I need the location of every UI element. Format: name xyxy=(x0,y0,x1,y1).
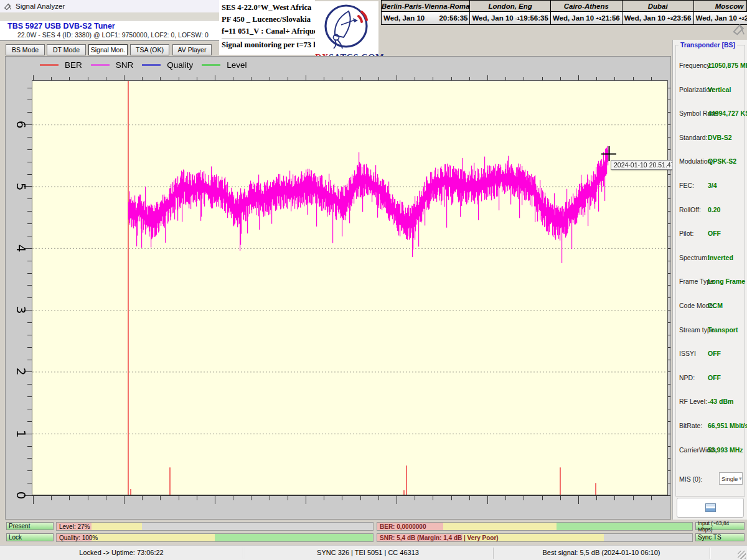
y-axis-label: 4 xyxy=(13,240,29,256)
clock-time: 20:56:35 xyxy=(439,14,467,22)
clock-city: Berlin-Paris-Vienna-Roma xyxy=(382,1,469,12)
clock-berlin: Berlin-Paris-Vienna-Roma Wed, Jan 1020:5… xyxy=(382,1,470,24)
clock-date: Wed, Jan 10 xyxy=(624,14,665,22)
transponder-row: RF Level:-43 dBm xyxy=(676,390,745,414)
tab-bs-mode[interactable]: BS Mode xyxy=(6,44,45,55)
transponder-row: Code Mode:CCM xyxy=(676,294,745,319)
mis-row: MIS (0): Single ▼ xyxy=(676,472,745,487)
transponder-row: Frequency:11050,875 MHz xyxy=(676,54,745,78)
transponder-row-value: 53,993 MHz xyxy=(708,446,743,454)
clock-time: 21:56 xyxy=(601,14,619,22)
transponder-row-value: Transport xyxy=(708,326,738,334)
transponder-row: NPD:OFF xyxy=(676,366,745,391)
transponder-row-value: Long Frame xyxy=(708,278,745,285)
y-axis-label: 5 xyxy=(13,179,29,195)
clock-moscow: Moscow Wed, Jan 10+222:56 xyxy=(694,1,747,24)
quality-line-swatch xyxy=(142,64,161,66)
snr-bar: SNR: 5,4 dB (Margin: 1,4 dB | Very Poor) xyxy=(377,533,693,542)
transponder-row: Polarization:Vertical xyxy=(676,78,745,103)
transponder-row-value: 44994,727 KS/s xyxy=(708,110,747,117)
transponder-panel: Transponder [BS] Frequency:11050,875 MHz… xyxy=(672,40,747,520)
transponder-row: Standard:DVB-S2 xyxy=(676,126,745,151)
lock-badge: Lock xyxy=(6,533,54,541)
transponder-row: RollOff:0.20 xyxy=(676,198,745,223)
transponder-row: Pilot:OFF xyxy=(676,222,745,246)
window-title: Signal Analyzer xyxy=(16,2,65,10)
clock-time: 22:56 xyxy=(745,14,747,22)
transponder-row: Frame Type:Long Frame xyxy=(676,270,745,294)
save-icon xyxy=(705,503,716,512)
resize-grip[interactable] xyxy=(738,551,746,559)
transponder-row-value: DVB-S2 xyxy=(708,134,732,141)
level-bar: Level: 27% xyxy=(56,522,374,531)
transponder-row-value: -43 dBm xyxy=(708,398,733,405)
legend-item-quality: Quality xyxy=(142,60,193,70)
signal-chart-plot[interactable] xyxy=(6,57,670,519)
transponder-row: ISSYIOFF xyxy=(676,342,745,366)
transponder-row: Modulation:QPSK-S2 xyxy=(676,150,745,174)
transponder-row-label: Frequency: xyxy=(679,62,712,69)
transponder-row-value: Inverted xyxy=(708,254,733,261)
clock-cairo: Cairo-Athens Wed, Jan 10+121:56 xyxy=(551,1,622,24)
transponder-row-label: Standard: xyxy=(679,134,708,141)
y-axis-label: 1 xyxy=(13,426,29,442)
y-axis-label: 6 xyxy=(13,116,29,133)
tab-signal-mon[interactable]: Signal Mon. xyxy=(88,44,128,55)
transponder-row-label: RF Level: xyxy=(679,398,707,405)
app-icon xyxy=(4,2,12,11)
transponder-row-label: Spectrum: xyxy=(679,254,709,261)
status-best-signal: Best signal: 5,5 dB (2024-01-10 06:10) xyxy=(543,549,660,556)
tuner-config: 22.0W - SES 4 (ID: 3380) @ LOF1: 9750000… xyxy=(17,31,209,39)
transponder-row: Spectrum:Inverted xyxy=(676,246,745,271)
tab-dt-mode[interactable]: DT Mode xyxy=(47,44,86,55)
clock-city: London, Eng xyxy=(470,1,550,12)
transponder-row-value: OFF xyxy=(708,230,721,237)
chevron-down-icon: ▼ xyxy=(738,476,744,482)
mis-select[interactable]: Single ▼ xyxy=(719,472,743,485)
tuner-info-block: TBS 5927 USB DVB-S2 Tuner 22.0W - SES 4 … xyxy=(0,21,219,40)
chart-legend: BER SNR Quality Level xyxy=(40,60,247,70)
status-bar: Locked -> Uptime: 73:06:22 SYNC 326 | TE… xyxy=(0,545,747,560)
status-sync-counters: SYNC 326 | TEI 5051 | CC 46313 xyxy=(317,549,419,556)
y-axis-label: 3 xyxy=(13,302,29,318)
transponder-row-label: NPD: xyxy=(679,374,695,381)
monitoring-header: SES 4-22.0°W_West Africa PF 450 _ Lucene… xyxy=(219,0,315,55)
transponder-row: Symbol Rate:44994,727 KS/s xyxy=(676,102,745,126)
tab-av-player[interactable]: AV Player xyxy=(172,44,212,55)
transponder-row: BitRate:66,951 Mbit/s xyxy=(676,414,745,439)
present-badge: Present xyxy=(6,522,54,530)
signal-chart-widget: BER SNR Quality Level 0123456 xyxy=(5,56,671,520)
transponder-row-value: 66,951 Mbit/s xyxy=(708,422,747,429)
transponder-row: CarrierWidth:53,993 MHz xyxy=(676,439,745,463)
transponder-row-value: 0.20 xyxy=(708,206,720,213)
transponder-row-value: 11050,875 MHz xyxy=(708,62,747,69)
title-bar: Signal Analyzer xyxy=(0,0,219,12)
clock-time: 23:56 xyxy=(673,14,691,22)
tab-strip: BS Mode DT Mode Signal Mon. TSA (OK) AV … xyxy=(0,40,219,57)
save-button[interactable] xyxy=(677,498,744,518)
menu-strip xyxy=(0,12,219,21)
transponder-row: Stream type:Transport xyxy=(676,319,745,343)
quality-bar: Quality: 100% xyxy=(56,533,374,542)
transponder-row-value: 3/4 xyxy=(708,182,717,189)
clock-date: Wed, Jan 10 xyxy=(696,14,737,22)
transponder-row-value: OFF xyxy=(708,350,721,357)
clock-london: London, Eng Wed, Jan 10-119:56:35 xyxy=(470,1,550,24)
legend-item-snr: SNR xyxy=(91,60,134,70)
status-uptime: Locked -> Uptime: 73:06:22 xyxy=(79,549,163,556)
transponder-row-label: RollOff: xyxy=(679,206,701,213)
clock-dubai: Dubai Wed, Jan 10+323:56 xyxy=(622,1,694,24)
transponder-row: FEC:3/4 xyxy=(676,174,745,198)
ber-bar: BER: 0,0000000 xyxy=(377,522,693,531)
sync-ts-badge: Sync TS xyxy=(695,533,745,541)
transponder-title: Transponder [BS] xyxy=(679,41,737,49)
legend-item-ber: BER xyxy=(40,60,82,70)
tab-tsa[interactable]: TSA (OK) xyxy=(130,44,169,55)
dxsatcs-logo-icon xyxy=(322,1,371,51)
header-line-1: SES 4-22.0°W_West Africa xyxy=(222,2,315,14)
transponder-row-value: Vertical xyxy=(708,86,731,93)
world-clocks: Berlin-Paris-Vienna-Roma Wed, Jan 1020:5… xyxy=(381,0,747,25)
clock-offset: +1 xyxy=(596,16,601,21)
transponder-row-label: Pilot: xyxy=(679,230,693,237)
clock-date: Wed, Jan 10 xyxy=(383,14,425,22)
